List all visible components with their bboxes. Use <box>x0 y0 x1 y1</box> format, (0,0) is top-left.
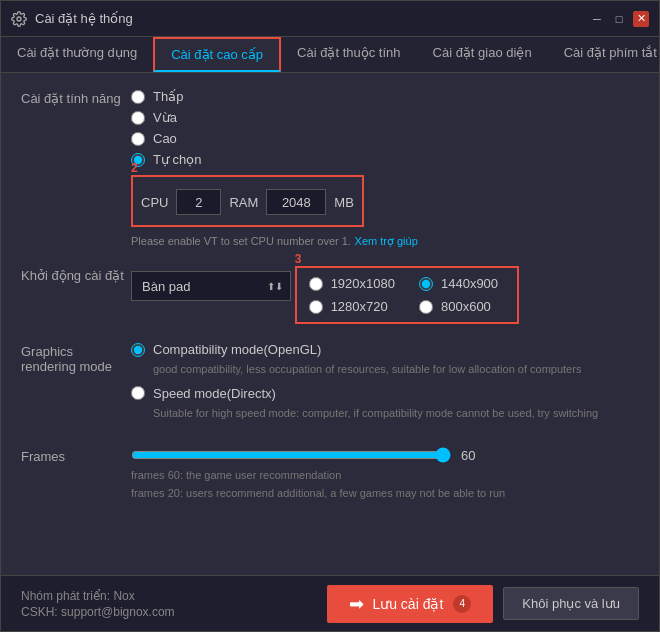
title-bar-left: Cài đặt hệ thống <box>11 11 133 27</box>
perf-option-vua: Vừa <box>131 110 639 125</box>
cpu-ram-row: CPU RAM MB <box>141 189 354 215</box>
res-1280x720-label: 1280x720 <box>331 299 388 314</box>
radio-1920x1080[interactable] <box>309 277 323 291</box>
frames-section: Frames 60 frames 60: the game user recom… <box>21 447 639 502</box>
settings-window: Cài đặt hệ thống ─ □ ✕ Cài đặt thường dụ… <box>0 0 660 632</box>
tab-shortcuts[interactable]: Cài đặt phím tắt <box>548 37 660 72</box>
graphics-section: Graphics rendering mode Compatibility mo… <box>21 342 639 429</box>
title-bar: Cài đặt hệ thống ─ □ ✕ <box>1 1 659 37</box>
window-title: Cài đặt hệ thống <box>35 11 133 26</box>
performance-label: Cài đặt tính năng <box>21 89 131 106</box>
boot-label: Khởi động cài đặt <box>21 266 131 283</box>
perf-option-thap: Thấp <box>131 89 639 104</box>
cskh-value: support@bignox.com <box>61 605 175 619</box>
graphics-option-compatibility: Compatibility mode(OpenGL) <box>131 342 639 357</box>
content-area: Cài đặt tính năng Thấp Vừa Cao <box>1 73 659 575</box>
boot-content: Bàn pad Phone Tablet ⬆⬇ 3 1920x1080 <box>131 266 639 324</box>
restore-button[interactable]: Khôi phục và lưu <box>503 587 639 620</box>
dev-value: Nox <box>113 589 134 603</box>
frames-note-line2: frames 20: users recommend additional, a… <box>131 487 505 499</box>
radio-800x600[interactable] <box>419 300 433 314</box>
tab-properties[interactable]: Cài đặt thuộc tính <box>281 37 416 72</box>
perf-option-tuy-chon: Tự chọn <box>131 152 639 167</box>
res-1920x1080: 1920x1080 <box>309 276 395 291</box>
frames-content: 60 frames 60: the game user recommendati… <box>131 447 639 502</box>
radio-cao[interactable] <box>131 132 145 146</box>
radio-compatibility[interactable] <box>131 343 145 357</box>
frames-label: Frames <box>21 447 131 464</box>
dev-label: Nhóm phát triển: <box>21 589 113 603</box>
tab-interface[interactable]: Cài đặt giao diện <box>417 37 548 72</box>
frames-note: frames 60: the game user recommendation … <box>131 467 639 502</box>
maximize-button[interactable]: □ <box>611 11 627 27</box>
graphics-label: Graphics rendering mode <box>21 342 131 374</box>
tab-bar: Cài đặt thường dụng Cài đặt cao cấp Cài … <box>1 37 659 73</box>
close-button[interactable]: ✕ <box>633 11 649 27</box>
res-1440x900: 1440x900 <box>419 276 505 291</box>
vt-help-link[interactable]: Xem trợ giúp <box>355 235 418 247</box>
compatibility-desc: good compatibility, less occupation of r… <box>153 361 639 378</box>
radio-speed[interactable] <box>131 386 145 400</box>
mb-label: MB <box>334 195 354 210</box>
frames-note-line1: frames 60: the game user recommendation <box>131 469 341 481</box>
performance-content: Thấp Vừa Cao Tự chọn <box>131 89 639 248</box>
boot-dropdown-wrapper: Bàn pad Phone Tablet ⬆⬇ <box>131 271 291 301</box>
cskh-info: CSKH: support@bignox.com <box>21 605 175 619</box>
res-1280x720: 1280x720 <box>309 299 395 314</box>
res-1440x900-label: 1440x900 <box>441 276 498 291</box>
frames-value: 60 <box>461 448 475 463</box>
cskh-label: CSKH: <box>21 605 58 619</box>
title-controls: ─ □ ✕ <box>589 11 649 27</box>
speed-desc: Suitable for high speed mode: computer, … <box>153 405 639 422</box>
radio-cao-label: Cao <box>153 131 177 146</box>
res-1920x1080-label: 1920x1080 <box>331 276 395 291</box>
radio-thap[interactable] <box>131 90 145 104</box>
radio-compatibility-label: Compatibility mode(OpenGL) <box>153 342 321 357</box>
res-800x600-label: 800x600 <box>441 299 491 314</box>
graphics-option-speed: Speed mode(Directx) <box>131 386 639 401</box>
bottom-bar: Nhóm phát triển: Nox CSKH: support@bigno… <box>1 575 659 631</box>
radio-vua[interactable] <box>131 111 145 125</box>
frames-slider[interactable] <box>131 447 451 463</box>
radio-speed-label: Speed mode(Directx) <box>153 386 276 401</box>
bottom-buttons: ➡ Lưu cài đặt 4 Khôi phục và lưu <box>327 585 639 623</box>
svg-point-0 <box>17 17 21 21</box>
cpu-input[interactable] <box>176 189 221 215</box>
radio-tuy-chon-label: Tự chọn <box>153 152 202 167</box>
res-800x600: 800x600 <box>419 299 505 314</box>
save-arrow-icon: ➡ <box>349 593 364 615</box>
bottom-info: Nhóm phát triển: Nox CSKH: support@bigno… <box>21 589 175 619</box>
performance-section: Cài đặt tính năng Thấp Vừa Cao <box>21 89 639 248</box>
save-badge: 4 <box>453 595 471 613</box>
radio-thap-label: Thấp <box>153 89 183 104</box>
tab-general[interactable]: Cài đặt thường dụng <box>1 37 153 72</box>
vt-note-text: Please enable VT to set CPU number over … <box>131 235 351 247</box>
radio-1440x900[interactable] <box>419 277 433 291</box>
radio-1280x720[interactable] <box>309 300 323 314</box>
radio-vua-label: Vừa <box>153 110 177 125</box>
resolution-grid: 3 1920x1080 1440x900 1280x720 <box>295 266 520 324</box>
graphics-content: Compatibility mode(OpenGL) good compatib… <box>131 342 639 429</box>
vt-note-row: Please enable VT to set CPU number over … <box>131 233 639 248</box>
minimize-button[interactable]: ─ <box>589 11 605 27</box>
ram-label: RAM <box>229 195 258 210</box>
boot-section: Khởi động cài đặt Bàn pad Phone Tablet ⬆… <box>21 266 639 324</box>
performance-radio-group: Thấp Vừa Cao Tự chọn <box>131 89 639 167</box>
cpu-label: CPU <box>141 195 168 210</box>
dev-info: Nhóm phát triển: Nox <box>21 589 175 603</box>
boot-dropdown[interactable]: Bàn pad Phone Tablet <box>131 271 291 301</box>
settings-icon <box>11 11 27 27</box>
ram-input[interactable] <box>266 189 326 215</box>
tab-advanced[interactable]: Cài đặt cao cấp <box>153 37 281 72</box>
perf-option-cao: Cao <box>131 131 639 146</box>
save-button[interactable]: ➡ Lưu cài đặt 4 <box>327 585 493 623</box>
save-button-label: Lưu cài đặt <box>372 596 443 612</box>
frames-row: 60 <box>131 447 639 463</box>
